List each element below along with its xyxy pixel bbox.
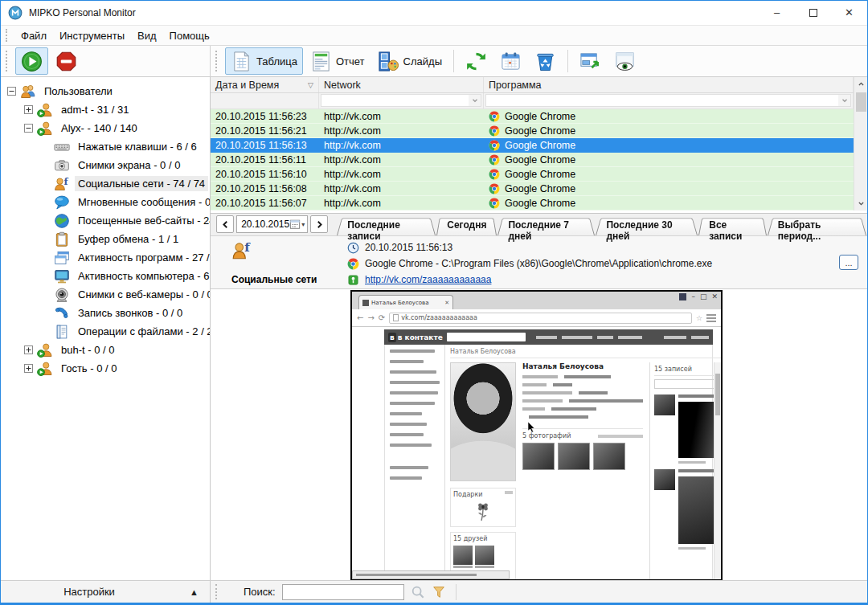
- expand-icon[interactable]: [24, 105, 33, 114]
- column-header-network[interactable]: Network: [319, 77, 484, 92]
- menu-item[interactable]: Помощь: [163, 27, 216, 44]
- delete-records-button[interactable]: [529, 47, 562, 75]
- vk-nav-link: [691, 336, 709, 339]
- tree-item[interactable]: Операции с файлами - 2 / 2: [1, 322, 210, 341]
- calendar-button[interactable]: [494, 47, 527, 75]
- cell-network: http://vk.com: [319, 109, 484, 123]
- table-scrollbar[interactable]: [854, 77, 867, 211]
- period-tab[interactable]: Последние записи: [337, 216, 436, 235]
- tree-item[interactable]: Активность программ - 27 / 27: [1, 248, 210, 267]
- scroll-up-icon[interactable]: [854, 77, 868, 91]
- browser-status-bar: [352, 570, 510, 579]
- chrome-icon: [489, 140, 500, 151]
- scroll-down-icon[interactable]: [854, 197, 868, 211]
- stop-monitoring-button[interactable]: [50, 47, 83, 75]
- tree-item[interactable]: Буфер обмена - 1 / 1: [1, 230, 210, 248]
- users-tree: Пользователиadm-t - 31 / 31Alyx- - 140 /…: [1, 77, 211, 580]
- program-name: Google Chrome: [505, 140, 575, 151]
- cell-network: http://vk.com: [319, 124, 484, 137]
- table-row[interactable]: 20.10.2015 11:56:07http://vk.comGoogle C…: [211, 196, 854, 211]
- tree-item[interactable]: Снимки с веб-камеры - 0 / 0: [1, 285, 210, 304]
- collapse-icon[interactable]: [7, 87, 16, 96]
- view-button[interactable]: Таблица: [225, 47, 303, 75]
- expand-icon[interactable]: [24, 364, 33, 373]
- tree-item[interactable]: buh-t - 0 / 0: [1, 341, 210, 359]
- tree-item-label: Активность компьютера - 6 / 6: [75, 268, 211, 284]
- search-input[interactable]: [282, 584, 404, 600]
- program-filter[interactable]: [484, 93, 854, 108]
- vk-nav-link: [597, 336, 613, 339]
- filter-funnel-icon[interactable]: [432, 585, 446, 599]
- chevron-down-icon: [469, 95, 481, 106]
- menu-item[interactable]: Файл: [14, 27, 53, 44]
- expand-icon[interactable]: [24, 345, 33, 354]
- tree-item[interactable]: Запись звонков - 0 / 0: [1, 304, 210, 322]
- table-row[interactable]: 20.10.2015 11:56:11http://vk.comGoogle C…: [211, 153, 854, 167]
- column-header-program[interactable]: Программа: [484, 77, 854, 92]
- next-day-button[interactable]: [310, 215, 328, 233]
- period-tab[interactable]: Выбрать период...: [768, 216, 866, 235]
- view-button[interactable]: Отчет: [305, 47, 371, 75]
- app-window: MIPKO Personal Monitor – ✕ ФайлИнструмен…: [0, 0, 868, 605]
- vk-post: [654, 394, 721, 464]
- vk-nav-link: [536, 336, 557, 339]
- period-tab[interactable]: Последние 7 дней: [497, 216, 595, 235]
- table-row[interactable]: 20.10.2015 11:56:13http://vk.comGoogle C…: [211, 138, 854, 153]
- user-icon: [37, 361, 53, 377]
- view-button[interactable]: Слайды: [372, 47, 448, 75]
- record-url-link[interactable]: http://vk.com/zaaaaaaaaaaaa: [365, 274, 491, 285]
- vk-menu-link: [390, 402, 435, 405]
- search-gripper: [215, 584, 219, 599]
- browser-close-icon: ✕: [711, 293, 718, 300]
- tree-item[interactable]: Гость - 0 / 0: [1, 359, 210, 378]
- date-field[interactable]: 20.10.2015 ▾: [236, 215, 308, 233]
- period-tab[interactable]: Сегодня: [436, 216, 497, 235]
- tree-item[interactable]: Активность компьютера - 6 / 6: [1, 267, 210, 285]
- tree-item[interactable]: fСоциальные сети - 74 / 74: [1, 174, 210, 193]
- start-monitoring-button[interactable]: [15, 47, 48, 75]
- tree-item[interactable]: Нажатые клавиши - 6 / 6: [1, 137, 210, 156]
- settings-panel-header[interactable]: Настройки ▲: [1, 581, 211, 603]
- collapse-icon[interactable]: [24, 124, 33, 133]
- address-url: vk.com/zaaaaaaaaaaaa: [401, 314, 477, 321]
- table-row[interactable]: 20.10.2015 11:56:10http://vk.comGoogle C…: [211, 167, 854, 182]
- browser-window-controls: – □ ✕: [679, 293, 718, 300]
- chrome-icon: [489, 183, 500, 194]
- network-filter[interactable]: [319, 93, 484, 108]
- table-row[interactable]: 20.10.2015 11:56:23http://vk.comGoogle C…: [211, 109, 854, 124]
- open-window-button[interactable]: [574, 47, 607, 75]
- vk-profile: Наталья Белоусова Подарки: [445, 345, 721, 579]
- menu-item[interactable]: Вид: [131, 27, 163, 44]
- search-icon[interactable]: [411, 585, 425, 599]
- maximize-button[interactable]: [795, 1, 831, 24]
- tree-item[interactable]: Снимки экрана - 0 / 0: [1, 156, 210, 174]
- close-button[interactable]: ✕: [831, 1, 867, 24]
- settings-label: Настройки: [1, 586, 178, 598]
- browser-maximize-icon: □: [700, 293, 707, 300]
- table-row[interactable]: 20.10.2015 11:56:08http://vk.comGoogle C…: [211, 182, 854, 196]
- tree-item[interactable]: Пользователи: [1, 82, 210, 100]
- period-tab[interactable]: Все записи: [698, 216, 767, 235]
- menu-item[interactable]: Инструменты: [53, 27, 131, 44]
- table-row[interactable]: 20.10.2015 11:56:21http://vk.comGoogle C…: [211, 124, 854, 138]
- record-details: 20.10.2015 11:56:13 Google Chrome - C:\P…: [347, 236, 830, 288]
- tree-item[interactable]: Мгновенные сообщения - 0 / 0: [1, 193, 210, 211]
- previous-day-button[interactable]: [216, 215, 234, 233]
- column-header-datetime[interactable]: Дата и Время ▽: [211, 77, 319, 92]
- chrome-icon: [347, 258, 359, 270]
- tree-item[interactable]: Посещенные веб-сайты - 24 / 24: [1, 211, 210, 230]
- more-button[interactable]: ...: [839, 255, 858, 270]
- captured-screenshot: Наталья Белоусова ✕ – □ ✕ ← → ⟳: [350, 290, 723, 580]
- scrollbar-thumb[interactable]: [856, 92, 866, 112]
- period-tab[interactable]: Последние 30 дней: [596, 216, 698, 235]
- hide-window-button[interactable]: [608, 47, 641, 75]
- users-icon: [20, 84, 36, 100]
- table-body: 20.10.2015 11:56:23http://vk.comGoogle C…: [211, 109, 854, 211]
- chrome-icon: [489, 154, 500, 166]
- tree-item[interactable]: Alyx- - 140 / 140: [1, 119, 210, 137]
- tree-item[interactable]: adm-t - 31 / 31: [1, 100, 210, 119]
- clock-icon: [347, 242, 359, 254]
- minimize-button[interactable]: –: [759, 1, 795, 24]
- refresh-button[interactable]: [460, 47, 493, 75]
- svg-text:f: f: [64, 176, 69, 187]
